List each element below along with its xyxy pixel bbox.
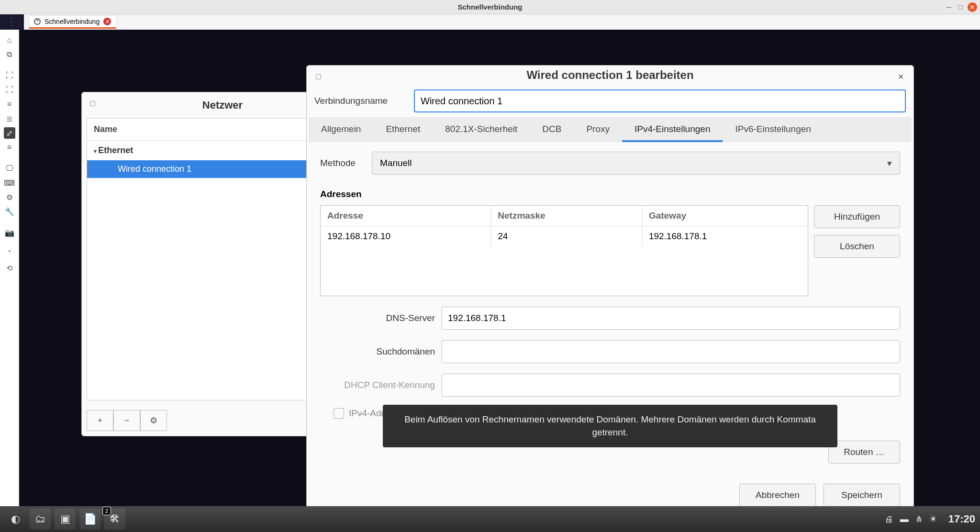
scale-icon[interactable]: ⤢: [4, 127, 15, 139]
chevron-down-icon: ▾: [887, 158, 892, 169]
add-connection-button[interactable]: +: [87, 410, 113, 431]
cancel-button[interactable]: Abbrechen: [739, 484, 816, 507]
routes-button[interactable]: Routen …: [828, 441, 900, 464]
wrench-icon[interactable]: 🔧: [4, 206, 15, 217]
remote-canvas: ▢ Netzwer Name Ethernet Wired connection…: [19, 30, 980, 506]
new-window-icon[interactable]: ⧉: [4, 49, 15, 60]
dialog-pin-icon[interactable]: ▢: [315, 72, 322, 80]
connection-name-input[interactable]: [414, 89, 906, 112]
netmask-cell[interactable]: 24: [491, 226, 642, 246]
tab-ipv6-settings[interactable]: IPv6-Einstellungen: [723, 117, 823, 142]
delete-address-button[interactable]: Löschen: [814, 235, 900, 258]
save-button[interactable]: Speichern: [824, 484, 900, 507]
search-domains-tooltip: Beim Auflösen von Rechnernamen verwendet…: [383, 405, 837, 447]
settings-tabs: Allgemein Ethernet 802.1X-Sicherheit DCB…: [309, 117, 912, 142]
window-maximize-button[interactable]: □: [956, 3, 965, 11]
dns-server-label: DNS-Server: [320, 313, 435, 323]
connection-tab-label: Schnellverbindung: [45, 18, 100, 25]
hamburger-menu-icon[interactable]: ⋮: [7, 16, 15, 27]
disconnect-icon[interactable]: ⟲: [4, 262, 15, 274]
addresses-heading: Adressen: [320, 189, 900, 200]
lines-icon[interactable]: ≣: [4, 113, 15, 124]
edit-connection-button[interactable]: ⚙: [140, 410, 167, 431]
address-cell[interactable]: 192.168.178.10: [321, 226, 491, 246]
window-titlebar: Schnellverbindung ─ □ ✕: [0, 0, 980, 14]
dhcp-client-id-input[interactable]: [442, 374, 900, 397]
pin-icon[interactable]: ▢: [89, 99, 96, 107]
col-netmask: Netzmaske: [491, 206, 642, 226]
method-value: Manuell: [380, 158, 412, 168]
window-close-button[interactable]: ✕: [968, 2, 977, 12]
list-icon[interactable]: ≡: [4, 99, 15, 110]
fullscreen-icon[interactable]: ⛶: [4, 84, 15, 96]
settings-gear-icon[interactable]: ⚙: [4, 191, 15, 203]
brightness-tray-icon[interactable]: ☀: [929, 514, 937, 524]
dns-server-input[interactable]: [442, 307, 900, 330]
search-domains-input[interactable]: [442, 340, 900, 363]
col-address: Adresse: [321, 206, 491, 226]
system-tray: 🖨 ▬ ⋔ ☀ 17:20: [885, 513, 975, 525]
monitor-icon[interactable]: 🖵: [4, 163, 15, 174]
col-gateway: Gateway: [642, 206, 808, 226]
tab-close-icon[interactable]: ✕: [103, 18, 111, 25]
selection-icon[interactable]: ⛶: [4, 70, 15, 81]
tab-8021x-security[interactable]: 802.1X-Sicherheit: [433, 117, 530, 142]
address-row[interactable]: 192.168.178.10 24 192.168.178.1: [321, 226, 808, 246]
remove-connection-button[interactable]: −: [113, 410, 140, 431]
tab-ipv4-settings[interactable]: IPv4-Einstellungen: [622, 117, 723, 142]
window-title: Schnellverbindung: [0, 3, 980, 11]
search-domains-label: Suchdomänen: [320, 346, 435, 357]
terminal-taskbar-icon[interactable]: ▣: [55, 509, 76, 530]
desktop-taskbar: ◐ 🗂 ▣ 📄 🛠 🖨 ▬ ⋔ ☀ 17:20: [0, 506, 980, 532]
addresses-table: Adresse Netzmaske Gateway 192.168.178.10…: [320, 205, 808, 296]
method-label: Methode: [320, 158, 363, 168]
tab-general[interactable]: Allgemein: [309, 117, 373, 142]
network-settings-taskbar-icon[interactable]: 🛠: [104, 509, 125, 530]
keyboard-icon[interactable]: ⌨: [4, 177, 15, 188]
battery-tray-icon[interactable]: ▬: [900, 514, 909, 524]
connection-tab[interactable]: Schnellverbindung ✕: [29, 15, 116, 29]
gateway-cell[interactable]: 192.168.178.1: [642, 226, 808, 246]
camera-icon[interactable]: 📷: [4, 227, 15, 238]
tab-dcb[interactable]: DCB: [530, 117, 574, 142]
texteditor-taskbar-icon[interactable]: 📄: [79, 509, 100, 530]
network-tray-icon[interactable]: ⋔: [915, 514, 923, 524]
ipv4-required-checkbox[interactable]: [334, 408, 344, 419]
app-tabstrip: Schnellverbindung ✕: [24, 14, 980, 30]
left-toolbar: ⌂ ⧉ ⛶ ⛶ ≡ ≣ ⤢ ≡ 🖵 ⌨ ⚙ 🔧 📷 ˅ ⟲: [0, 30, 19, 506]
chevron-down-icon[interactable]: ˅: [4, 248, 15, 259]
dhcp-client-id-label: DHCP Client-Kennung: [320, 380, 435, 390]
home-icon[interactable]: ⌂: [4, 34, 15, 46]
connection-name-label: Verbindungsname: [314, 96, 405, 106]
connection-status-icon: [34, 18, 41, 25]
dialog-title: Wired connection 1 bearbeiten: [307, 66, 913, 85]
add-address-button[interactable]: Hinzufügen: [814, 205, 900, 228]
start-menu-icon[interactable]: ◐: [5, 509, 26, 530]
method-select[interactable]: Manuell ▾: [372, 152, 900, 175]
files-taskbar-icon[interactable]: 🗂: [30, 509, 51, 530]
window-minimize-button[interactable]: ─: [945, 3, 953, 11]
taskbar-clock[interactable]: 17:20: [948, 513, 975, 525]
printer-tray-icon[interactable]: 🖨: [885, 514, 893, 524]
tab-ethernet[interactable]: Ethernet: [373, 117, 433, 142]
menu-icon[interactable]: ≡: [4, 142, 15, 153]
dialog-close-button[interactable]: ✕: [898, 72, 904, 81]
tab-proxy[interactable]: Proxy: [574, 117, 622, 142]
